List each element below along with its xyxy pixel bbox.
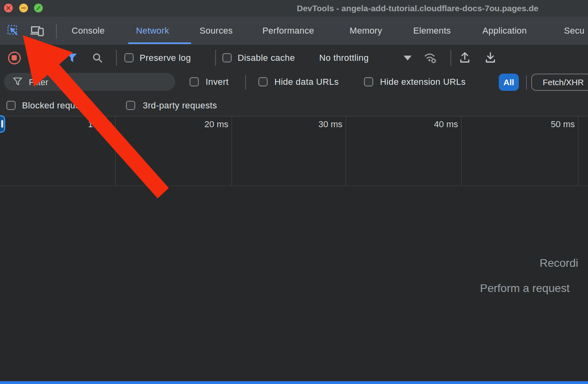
request-type-all-chip[interactable]: All [499,74,519,91]
clipped-overview-badge [0,115,5,133]
tabbar-separator [56,24,57,39]
throttling-select[interactable]: No throttling [319,53,369,63]
tab-security[interactable]: Secu [564,17,584,45]
timeline-gridline [461,116,462,186]
filter-separator [526,75,527,90]
wifi-gear-icon [423,59,438,66]
filter-input[interactable] [28,73,170,92]
disable-cache-checkbox[interactable] [222,53,232,62]
hide-extension-urls-checkbox[interactable] [364,77,373,86]
zoom-window-button[interactable] [34,4,43,12]
timeline-top-border [0,116,588,116]
toolbar-separator [116,50,117,66]
funnel-outline-icon [13,77,22,88]
timeline-tick-40ms: 40 ms [397,119,458,130]
timeline-gridline [346,116,346,186]
empty-state-hint-text: Perform a request [480,282,570,295]
preserve-log-checkbox[interactable] [124,53,134,62]
toggle-device-toolbar-button[interactable] [30,25,45,37]
timeline-tick-10ms: 10 ms [51,119,112,130]
overview-badge-sliver [1,120,3,128]
devtools-tabbar: Console Network Sources Performance Memo… [0,17,588,45]
device-toolbar-icon [30,32,45,38]
active-tab-underline [128,42,191,44]
window-title: DevTools - angela-add-tutorial.cloudflar… [297,4,538,13]
filter-separator [245,75,246,90]
inspect-cursor-icon [7,31,19,38]
toolbar-separator [56,50,56,66]
invert-checkbox[interactable] [190,77,199,86]
disable-cache-label[interactable]: Disable cache [238,53,295,63]
hide-extension-urls-label[interactable]: Hide extension URLs [380,77,466,87]
clear-network-log-button[interactable] [32,53,42,63]
hide-data-urls-label[interactable]: Hide data URLs [274,77,339,87]
tab-elements[interactable]: Elements [413,17,451,45]
minimize-window-button[interactable] [19,4,28,12]
timeline-tick-50ms: 50 ms [514,119,575,130]
request-type-fetch-xhr-chip[interactable]: Fetch/XHR [531,74,588,91]
filter-toggle-button[interactable] [67,53,77,64]
upload-icon [459,58,470,65]
close-window-button[interactable] [4,4,13,12]
chevron-down-icon[interactable] [404,56,412,60]
window-titlebar: DevTools - angela-add-tutorial.cloudflar… [0,0,588,17]
import-har-button[interactable] [459,52,470,65]
timeline-gridline [578,116,578,186]
search-button[interactable] [92,52,103,65]
bottom-accent-bar [0,381,588,384]
blocked-requests-checkbox[interactable] [6,101,16,110]
filter-field[interactable] [4,73,175,91]
tab-application[interactable]: Application [482,17,527,45]
tab-sources[interactable]: Sources [200,17,233,45]
inspect-element-button[interactable] [7,25,19,37]
toolbar-separator [450,50,451,66]
funnel-icon [67,57,77,64]
preserve-log-label[interactable]: Preserve log [140,53,191,63]
tab-performance[interactable]: Performance [262,17,314,45]
timeline-gridline [115,116,116,186]
toolbar-separator [215,50,216,66]
timeline-gridline [232,116,232,186]
tab-memory[interactable]: Memory [350,17,382,45]
hide-data-urls-checkbox[interactable] [258,77,268,86]
third-party-requests-label[interactable]: 3rd-party requests [143,101,217,110]
record-stop-icon [12,55,17,60]
timeline-tick-20ms: 20 ms [168,119,228,130]
timeline-tick-30ms: 30 ms [282,119,342,130]
third-party-requests-checkbox[interactable] [126,101,135,110]
invert-label[interactable]: Invert [206,77,228,87]
empty-state-recording-text: Recordi [540,257,578,270]
tab-network[interactable]: Network [136,17,169,45]
export-har-button[interactable] [485,52,496,65]
network-conditions-button[interactable] [423,52,438,66]
tab-console[interactable]: Console [72,17,105,45]
download-icon [485,58,496,65]
timeline-bottom-border [0,186,588,186]
record-network-log-button[interactable] [8,52,21,64]
search-icon [92,58,103,65]
blocked-requests-label[interactable]: Blocked requests [22,101,92,110]
